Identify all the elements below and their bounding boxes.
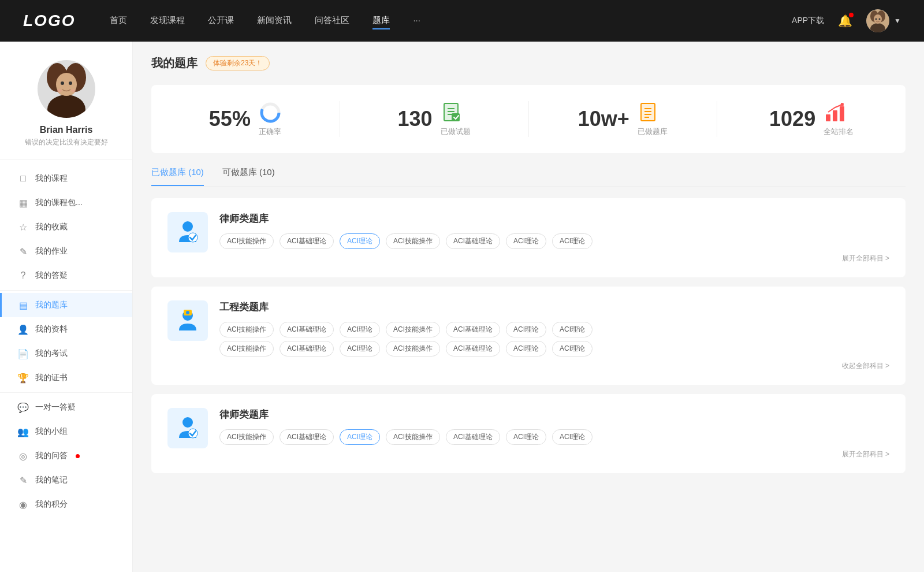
- tag-eng-6[interactable]: ACI理论: [552, 322, 593, 337]
- sidebar-item-label: 我的课程: [35, 173, 68, 184]
- tag-row-lawyer-1: ACI技能操作 ACI基础理论 ACI理论 ACI技能操作 ACI基础理论 AC…: [219, 233, 889, 249]
- sidebar-item-exam[interactable]: 📄 我的考试: [0, 341, 132, 366]
- done-banks-icon: [638, 101, 661, 124]
- qa-notification-dot: [76, 454, 80, 458]
- tag-eng-5[interactable]: ACI理论: [506, 322, 546, 337]
- svg-point-5: [874, 14, 882, 24]
- tag-eng-r2-2[interactable]: ACI理论: [340, 341, 380, 356]
- nav-news[interactable]: 新闻资讯: [257, 13, 292, 29]
- tag-lawyer2-2[interactable]: ACI理论: [340, 429, 380, 445]
- tag-eng-r2-3[interactable]: ACI技能操作: [386, 341, 440, 356]
- sidebar-item-my-qa[interactable]: ◎ 我的问答: [0, 444, 132, 468]
- tag-eng-3[interactable]: ACI技能操作: [386, 322, 440, 337]
- tag-eng-1[interactable]: ACI基础理论: [280, 322, 334, 337]
- app-download-button[interactable]: APP下载: [792, 16, 824, 26]
- tag-lawyer1-4[interactable]: ACI基础理论: [446, 233, 500, 249]
- sidebar-item-label: 我的课程包...: [35, 198, 83, 208]
- sidebar-item-question-bank[interactable]: ▤ 我的题库: [0, 293, 132, 317]
- nav-discover[interactable]: 发现课程: [150, 13, 185, 29]
- sidebar-item-profile[interactable]: 👤 我的资料: [0, 317, 132, 341]
- notification-bell[interactable]: 🔔: [838, 14, 852, 28]
- tag-eng-2[interactable]: ACI理论: [340, 322, 380, 337]
- tag-eng-r2-6[interactable]: ACI理论: [552, 341, 593, 356]
- svg-point-17: [71, 89, 76, 92]
- bank-content-lawyer-2: 律师类题库 ACI技能操作 ACI基础理论 ACI理论 ACI技能操作 ACI基…: [219, 408, 889, 459]
- tag-lawyer2-4[interactable]: ACI基础理论: [446, 429, 500, 445]
- notification-badge: [849, 13, 854, 17]
- tag-eng-r2-0[interactable]: ACI技能操作: [219, 341, 274, 356]
- rank-icon: [824, 101, 847, 124]
- sidebar-item-label: 我的考试: [35, 348, 68, 359]
- sidebar-item-course-package[interactable]: ▦ 我的课程包...: [0, 191, 132, 215]
- sidebar-item-label: 我的问答: [35, 451, 68, 461]
- expand-lawyer-2[interactable]: 展开全部科目 >: [219, 450, 889, 459]
- stat-done-banks: 10w+ 已做题库: [529, 101, 718, 137]
- nav-qa[interactable]: 问答社区: [315, 13, 349, 29]
- expand-lawyer-1[interactable]: 展开全部科目 >: [219, 254, 889, 263]
- tag-row-engineer-2: ACI技能操作 ACI基础理论 ACI理论 ACI技能操作 ACI基础理论 AC…: [219, 341, 889, 356]
- nav-home[interactable]: 首页: [110, 13, 127, 29]
- tag-eng-4[interactable]: ACI基础理论: [446, 322, 500, 337]
- collapse-engineer[interactable]: 收起全部科目 >: [219, 361, 889, 371]
- sidebar-item-label: 我的积分: [35, 499, 68, 510]
- done-banks-label: 已做题库: [638, 127, 668, 137]
- svg-point-20: [264, 107, 276, 118]
- done-questions-value: 130: [398, 107, 433, 131]
- sidebar-item-groups[interactable]: 👥 我的小组: [0, 419, 132, 444]
- bank-card-lawyer-1: 律师类题库 ACI技能操作 ACI基础理论 ACI理论 ACI技能操作 ACI基…: [151, 198, 906, 277]
- tag-lawyer2-1[interactable]: ACI基础理论: [280, 429, 334, 445]
- svg-point-16: [57, 89, 62, 92]
- stat-rank: 1029 全站排名: [717, 101, 906, 137]
- tag-row-lawyer-2: ACI技能操作 ACI基础理论 ACI理论 ACI技能操作 ACI基础理论 AC…: [219, 429, 889, 445]
- tag-lawyer1-3[interactable]: ACI技能操作: [386, 233, 440, 249]
- sidebar-item-tutor[interactable]: 💬 一对一答疑: [0, 395, 132, 419]
- sidebar-item-favorites[interactable]: ☆ 我的收藏: [0, 215, 132, 239]
- tag-lawyer1-2[interactable]: ACI理论: [340, 233, 380, 249]
- nav-menu: 首页 发现课程 公开课 新闻资讯 问答社区 题库 ···: [110, 13, 792, 29]
- done-questions-icon: [441, 101, 464, 124]
- stat-info-accuracy: 正确率: [259, 101, 282, 137]
- question-bank-tabs: 已做题库 (10) 可做题库 (10): [151, 167, 906, 187]
- nav-more[interactable]: ···: [413, 13, 420, 29]
- main-content: 我的题库 体验剩余23天！ 55% 正确率: [133, 42, 924, 572]
- sidebar-item-label: 我的题库: [35, 300, 68, 310]
- engineer-bank-icon: [167, 300, 208, 341]
- stat-done-questions: 130 已做试题: [340, 101, 529, 137]
- profile-name: Brian Harris: [40, 125, 93, 135]
- tag-lawyer1-0[interactable]: ACI技能操作: [219, 233, 274, 249]
- avatar: [866, 9, 889, 32]
- tag-lawyer1-5[interactable]: ACI理论: [506, 233, 546, 249]
- certificate-icon: 🏆: [18, 373, 28, 383]
- tag-lawyer2-0[interactable]: ACI技能操作: [219, 429, 274, 445]
- stats-card: 55% 正确率 130: [151, 85, 906, 153]
- tag-lawyer1-6[interactable]: ACI理论: [552, 233, 593, 249]
- notes-icon: ✎: [18, 475, 28, 485]
- tag-eng-r2-5[interactable]: ACI理论: [506, 341, 546, 356]
- sidebar-item-notes[interactable]: ✎ 我的笔记: [0, 468, 132, 492]
- svg-rect-33: [826, 114, 830, 121]
- user-avatar-menu[interactable]: ▼: [866, 9, 901, 32]
- tag-lawyer2-5[interactable]: ACI理论: [506, 429, 546, 445]
- tag-lawyer2-6[interactable]: ACI理论: [552, 429, 593, 445]
- tag-lawyer1-1[interactable]: ACI基础理论: [280, 233, 334, 249]
- sidebar-item-my-courses[interactable]: □ 我的课程: [0, 166, 132, 191]
- accuracy-value: 55%: [209, 107, 251, 131]
- favorites-icon: ☆: [18, 222, 28, 232]
- nav-open-course[interactable]: 公开课: [208, 13, 234, 29]
- sidebar-item-certificate[interactable]: 🏆 我的证书: [0, 366, 132, 390]
- sidebar-item-points[interactable]: ◉ 我的积分: [0, 492, 132, 517]
- tab-done-banks[interactable]: 已做题库 (10): [151, 167, 204, 186]
- qa-icon: ?: [18, 270, 28, 281]
- svg-point-41: [186, 311, 189, 314]
- tag-lawyer2-3[interactable]: ACI技能操作: [386, 429, 440, 445]
- tag-eng-0[interactable]: ACI技能操作: [219, 322, 274, 337]
- tag-eng-r2-4[interactable]: ACI基础理论: [446, 341, 500, 356]
- sidebar-item-homework[interactable]: ✎ 我的作业: [0, 239, 132, 263]
- tutor-icon: 💬: [18, 402, 28, 413]
- points-icon: ◉: [18, 499, 28, 510]
- lawyer-bank-icon: [167, 212, 208, 252]
- nav-questions[interactable]: 题库: [372, 13, 390, 29]
- tag-eng-r2-1[interactable]: ACI基础理论: [280, 341, 334, 356]
- sidebar-item-qa[interactable]: ? 我的答疑: [0, 263, 132, 288]
- tab-available-banks[interactable]: 可做题库 (10): [222, 167, 275, 186]
